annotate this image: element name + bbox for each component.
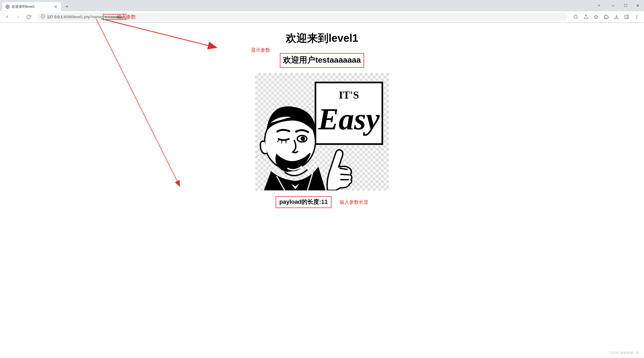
forward-button[interactable]: [13, 12, 22, 21]
browser-chrome: 欢迎来到level1 ✕ + ─ ☐ ✕ 127.0.0.1:8088/lev: [0, 0, 644, 23]
svg-point-13: [637, 18, 637, 18]
close-icon[interactable]: ✕: [54, 5, 58, 9]
tab-bar: 欢迎来到level1 ✕ + ─ ☐ ✕: [0, 0, 644, 11]
bookmark-icon[interactable]: [592, 12, 601, 21]
welcome-prefix: 欢迎用户: [283, 55, 315, 64]
tab-title: 欢迎来到level1: [12, 4, 35, 9]
maximize-button[interactable]: ☐: [619, 0, 632, 11]
url-path: :8088/level1.php?name=: [63, 15, 104, 19]
zoom-icon[interactable]: [571, 12, 580, 21]
svg-point-12: [637, 16, 637, 17]
toolbar-right: [571, 12, 641, 21]
payload-length-box: payload的长度:11: [276, 196, 331, 208]
welcome-user-box: 欢迎用户testaaaaaaa: [280, 53, 364, 68]
minimize-button[interactable]: ─: [607, 0, 619, 11]
new-tab-button[interactable]: +: [63, 3, 71, 10]
payload-label: payload的长度:: [279, 198, 321, 205]
annotation-display-param: 显示参数: [251, 47, 270, 53]
svg-marker-7: [594, 15, 598, 18]
extensions-icon[interactable]: [602, 12, 611, 21]
svg-rect-9: [625, 15, 628, 19]
share-icon[interactable]: [581, 12, 590, 21]
svg-line-5: [577, 18, 577, 18]
image-its-text: IT'S: [339, 89, 359, 101]
menu-icon[interactable]: [632, 12, 641, 21]
payload-value: 11: [321, 198, 327, 205]
svg-point-18: [301, 137, 304, 140]
window-controls: ─ ☐ ✕: [607, 0, 644, 11]
url-host: 127.0.0.1: [47, 15, 63, 19]
sidepanel-icon[interactable]: [622, 12, 631, 21]
welcome-username: testaaaaaaa: [315, 55, 361, 64]
svg-line-20: [340, 174, 349, 175]
globe-icon: [5, 5, 10, 9]
tab-overflow-icon[interactable]: [597, 3, 601, 9]
site-info-icon[interactable]: [41, 14, 45, 19]
svg-point-11: [637, 15, 637, 16]
browser-toolbar: 127.0.0.1:8088/level1.php?name=testaaaaa…: [0, 11, 644, 22]
download-icon[interactable]: [612, 12, 621, 21]
watermark: CSDN @奈何@_@: [609, 351, 639, 355]
image-easy-text: Easy: [318, 102, 380, 136]
back-button[interactable]: [3, 12, 12, 21]
browser-tab[interactable]: 欢迎来到level1 ✕: [2, 2, 61, 11]
reload-button[interactable]: [24, 12, 33, 21]
payload-row: payload的长度:11 输入参数长度: [276, 196, 368, 208]
svg-point-4: [574, 15, 577, 18]
close-window-button[interactable]: ✕: [632, 0, 644, 11]
url-text: 127.0.0.1:8088/level1.php?name=testaaaaa…: [47, 14, 126, 20]
page-title: 欢迎来到level1: [0, 31, 644, 46]
annotation-input-param: 输入参数: [117, 14, 136, 20]
level-image: IT'S Easy: [255, 73, 389, 190]
welcome-user-text: 欢迎用户testaaaaaaa: [283, 55, 361, 66]
page-content: 欢迎来到level1 欢迎用户testaaaaaaa IT'S Easy: [0, 23, 644, 208]
annotation-length: 输入参数长度: [340, 199, 368, 205]
